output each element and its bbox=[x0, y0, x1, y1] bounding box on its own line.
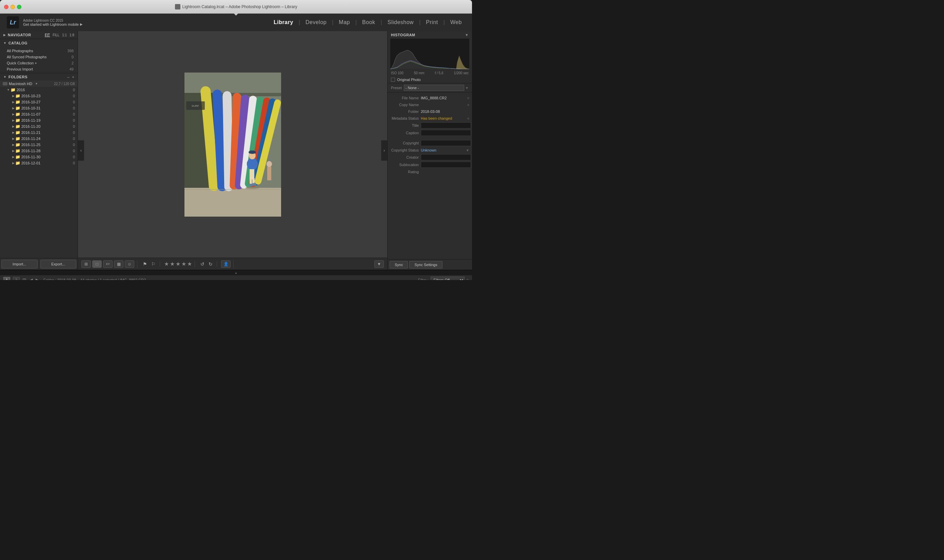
lr-logo: Lr bbox=[7, 16, 19, 28]
folder-icon-1107: 📁 bbox=[15, 112, 20, 117]
sync-settings-button[interactable]: Sync Settings bbox=[409, 261, 442, 268]
loupe-view-button[interactable]: □ bbox=[92, 260, 102, 268]
nav-map[interactable]: Map bbox=[335, 18, 353, 27]
flag-reject-button[interactable]: ⚑ bbox=[142, 262, 148, 267]
window-controls[interactable] bbox=[4, 5, 22, 9]
folders-add[interactable]: + bbox=[72, 75, 74, 79]
meta-creator-input[interactable] bbox=[421, 154, 471, 160]
folder-item-1121[interactable]: ▶ 📁 2016-11-21 0 bbox=[0, 129, 78, 135]
folders-remove[interactable]: – bbox=[67, 75, 69, 79]
folder-item-2016[interactable]: ▼ 📁 2016 0 bbox=[0, 87, 78, 93]
folders-controls: – + bbox=[67, 75, 74, 79]
filmstrip-path: Folder : 2018-03-08 44 photos / 1 select… bbox=[43, 278, 146, 280]
flag-accept-button[interactable]: ⚐ bbox=[150, 262, 157, 267]
meta-rating-row: Rating bbox=[388, 168, 472, 175]
hist-iso: ISO 100 bbox=[391, 71, 403, 75]
right-panel: Histogram ▼ bbox=[387, 31, 472, 270]
sync-button[interactable]: Sync bbox=[390, 261, 408, 268]
people-tag-button[interactable]: 👤 bbox=[221, 260, 231, 268]
histogram-menu-icon[interactable]: ▼ bbox=[465, 33, 469, 37]
folder-item-1125[interactable]: ▶ 📁 2016-11-25 0 bbox=[0, 142, 78, 148]
navigator-title[interactable]: Navigator bbox=[8, 33, 31, 37]
catalog-item-synced[interactable]: All Synced Photographs 0 bbox=[0, 54, 78, 60]
histogram-svg bbox=[390, 38, 469, 69]
panel-collapse-right[interactable]: › bbox=[381, 140, 387, 161]
svg-text:SURF: SURF bbox=[192, 105, 199, 108]
toolbar-options-button[interactable]: ▼ bbox=[374, 260, 384, 268]
minimize-button[interactable] bbox=[11, 5, 15, 9]
people-view-button[interactable]: ☺ bbox=[125, 260, 134, 268]
grid-view-button[interactable]: ⊞ bbox=[82, 260, 91, 268]
folder-name-1128: 2016-11-28 bbox=[22, 149, 40, 153]
catalog-header[interactable]: ▼ Catalog bbox=[0, 39, 78, 47]
filmstrip-page-2[interactable]: 2 bbox=[13, 277, 20, 280]
hist-aperture: f / 5,6 bbox=[435, 71, 443, 75]
rotate-right-button[interactable]: ↻ bbox=[207, 262, 214, 267]
close-button[interactable] bbox=[4, 5, 8, 9]
folder-item-1130[interactable]: ▶ 📁 2016-11-30 0 bbox=[0, 154, 78, 160]
survey-view-button[interactable]: ▦ bbox=[114, 260, 123, 268]
star-2[interactable]: ★ bbox=[170, 261, 175, 267]
rotate-left-button[interactable]: ↺ bbox=[199, 262, 206, 267]
catalog-item-previous[interactable]: Previous Import 49 bbox=[0, 66, 78, 72]
folder-item-1201[interactable]: ▶ 📁 2016-12-01 0 bbox=[0, 160, 78, 166]
meta-file-icon[interactable]: ≡ bbox=[467, 96, 469, 100]
folder-icon-1125: 📁 bbox=[15, 142, 20, 147]
star-1[interactable]: ★ bbox=[164, 261, 169, 267]
folders-title[interactable]: Folders bbox=[8, 75, 28, 79]
meta-status-icon[interactable]: ≡ bbox=[467, 117, 469, 120]
folder-item-1120[interactable]: ▶ 📁 2016-11-20 0 bbox=[0, 123, 78, 129]
folder-count-1031: 0 bbox=[73, 106, 75, 110]
maximize-button[interactable] bbox=[17, 5, 22, 9]
folder-item-1031[interactable]: ▶ 📁 2016-10-31 0 bbox=[0, 105, 78, 111]
panel-buttons: Import... Export... bbox=[0, 258, 78, 270]
nav-library[interactable]: Library bbox=[270, 18, 297, 27]
meta-copyright-status-value: Unknown bbox=[421, 148, 465, 152]
nav-book[interactable]: Book bbox=[359, 18, 379, 27]
zoom-fill[interactable]: FILL bbox=[52, 33, 59, 37]
folder-drive[interactable]: Macintosh HD ▼ 22,7 / 120 GB bbox=[0, 81, 78, 87]
folder-item-1023[interactable]: ▶ 📁 2016-10-23 0 bbox=[0, 93, 78, 99]
meta-copyright-status-row: Copyright Status Unknown ▼ bbox=[388, 147, 472, 154]
nav-web[interactable]: Web bbox=[447, 18, 465, 27]
panel-collapse-left[interactable]: ‹ bbox=[78, 140, 84, 161]
filmstrip-prev-button[interactable]: ◀ bbox=[29, 277, 33, 280]
folder-item-1119[interactable]: ▶ 📁 2016-11-19 0 bbox=[0, 117, 78, 123]
folder-name-1031: 2016-10-31 bbox=[22, 106, 40, 110]
filmstrip-next-button[interactable]: ▶ bbox=[35, 277, 39, 280]
nav-develop[interactable]: Develop bbox=[302, 18, 330, 27]
zoom-1-8[interactable]: 1:8 bbox=[69, 33, 74, 37]
star-4[interactable]: ★ bbox=[182, 261, 186, 267]
filmstrip-page-1[interactable]: 1 bbox=[3, 277, 10, 280]
nav-print[interactable]: Print bbox=[422, 18, 441, 27]
compare-view-button[interactable]: XY bbox=[103, 260, 112, 268]
star-rating[interactable]: ★ ★ ★ ★ ★ bbox=[164, 261, 192, 267]
star-5[interactable]: ★ bbox=[187, 261, 192, 267]
meta-title-input[interactable] bbox=[421, 122, 471, 128]
meta-copyright-input[interactable] bbox=[421, 140, 471, 146]
meta-caption-input[interactable] bbox=[421, 130, 471, 136]
folder-item-1027[interactable]: ▶ 📁 2016-10-27 0 bbox=[0, 99, 78, 105]
preset-arrow-icon[interactable]: ▼ bbox=[465, 86, 469, 90]
nav-slideshow[interactable]: Slideshow bbox=[384, 18, 417, 27]
folder-arrow-1107: ▶ bbox=[12, 112, 15, 116]
folder-item-1107[interactable]: ▶ 📁 2016-11-07 0 bbox=[0, 111, 78, 117]
catalog-item-quick[interactable]: Quick Collection + 2 bbox=[0, 60, 78, 66]
zoom-fit[interactable]: FIT bbox=[45, 33, 50, 37]
import-button[interactable]: Import... bbox=[2, 260, 38, 268]
zoom-1-1[interactable]: 1:1 bbox=[62, 33, 67, 37]
filter-select[interactable]: Filters Off bbox=[431, 277, 465, 280]
person-icon: 👤 bbox=[223, 262, 228, 266]
export-button[interactable]: Export... bbox=[40, 260, 77, 268]
preset-select[interactable]: - None - bbox=[404, 85, 464, 91]
catalog-item-all-photographs[interactable]: All Photographs 398 bbox=[0, 48, 78, 54]
meta-copy-icon[interactable]: ≡ bbox=[467, 103, 469, 107]
original-photo-checkbox[interactable] bbox=[391, 78, 395, 82]
star-3[interactable]: ★ bbox=[176, 261, 180, 267]
meta-sublocation-input[interactable] bbox=[421, 162, 471, 168]
folders-header-left: ▼ Folders bbox=[3, 75, 28, 79]
window-title: Lightroom Catalog.lrcat – Adobe Photosho… bbox=[175, 4, 297, 9]
meta-copyright-arrow[interactable]: ▼ bbox=[466, 148, 469, 152]
folder-item-1128[interactable]: ▶ 📁 2016-11-28 0 bbox=[0, 148, 78, 154]
folder-item-1124[interactable]: ▶ 📁 2016-11-24 0 bbox=[0, 135, 78, 142]
